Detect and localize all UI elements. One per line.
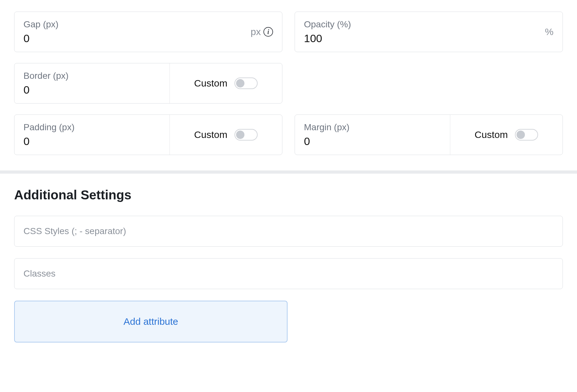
border-custom-toggle[interactable]: [234, 77, 258, 89]
add-attribute-button[interactable]: Add attribute: [14, 301, 288, 342]
additional-settings-heading: Additional Settings: [14, 188, 563, 202]
margin-input[interactable]: [304, 135, 441, 148]
margin-custom-label: Custom: [475, 129, 508, 140]
margin-custom-toggle[interactable]: [515, 129, 538, 141]
border-field: Border (px) Custom: [14, 63, 282, 104]
classes-input[interactable]: [14, 258, 563, 289]
opacity-field: Opacity (%) %: [295, 12, 563, 52]
margin-field: Margin (px) Custom: [295, 114, 563, 155]
opacity-input[interactable]: [304, 32, 541, 45]
border-input[interactable]: [23, 84, 160, 96]
add-attribute-label: Add attribute: [124, 316, 178, 327]
section-divider: [0, 170, 577, 174]
padding-label: Padding (px): [23, 122, 160, 132]
css-styles-input[interactable]: [14, 216, 563, 247]
opacity-label: Opacity (%): [304, 19, 541, 30]
margin-label: Margin (px): [304, 122, 441, 132]
gap-input[interactable]: [23, 32, 247, 45]
padding-custom-toggle[interactable]: [234, 129, 258, 141]
gap-label: Gap (px): [23, 19, 247, 30]
border-label: Border (px): [23, 71, 160, 81]
opacity-suffix: %: [545, 26, 554, 37]
info-icon[interactable]: i: [263, 27, 273, 37]
padding-custom-label: Custom: [194, 129, 227, 140]
border-custom-label: Custom: [194, 78, 227, 89]
gap-suffix: px: [251, 26, 261, 37]
padding-input[interactable]: [23, 135, 160, 148]
gap-field: Gap (px) px i: [14, 12, 282, 52]
padding-field: Padding (px) Custom: [14, 114, 282, 155]
